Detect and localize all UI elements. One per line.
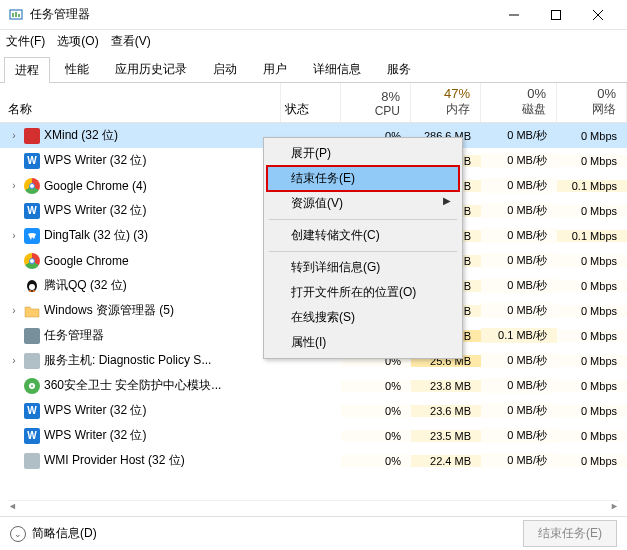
- col-header-network[interactable]: 0% 网络: [557, 83, 627, 122]
- process-network-cell: 0 Mbps: [557, 255, 627, 267]
- tab-5[interactable]: 详细信息: [302, 56, 372, 82]
- process-name-cell: 腾讯QQ (32 位): [0, 277, 281, 294]
- context-menu-item[interactable]: 创建转储文件(C): [267, 223, 459, 248]
- col-header-memory[interactable]: 47% 内存: [411, 83, 481, 122]
- svg-rect-1: [12, 13, 14, 17]
- process-name-label: WPS Writer (32 位): [44, 152, 146, 169]
- menu-file[interactable]: 文件(F): [6, 33, 45, 50]
- process-memory-cell: 23.8 MB: [411, 380, 481, 392]
- process-name-cell: WWPS Writer (32 位): [0, 427, 281, 444]
- process-name-cell: 任务管理器: [0, 327, 281, 344]
- process-disk-cell: 0 MB/秒: [481, 403, 557, 418]
- process-name-cell: WWPS Writer (32 位): [0, 152, 281, 169]
- expand-arrow-icon[interactable]: ›: [8, 130, 20, 141]
- col-header-cpu[interactable]: 8% CPU: [341, 83, 411, 122]
- process-network-cell: 0 Mbps: [557, 280, 627, 292]
- col-header-name[interactable]: 名称: [0, 83, 281, 122]
- expand-arrow-icon[interactable]: ›: [8, 230, 20, 241]
- wps-icon: W: [24, 403, 40, 419]
- chrome-icon: [24, 253, 40, 269]
- process-network-cell: 0 Mbps: [557, 205, 627, 217]
- process-row[interactable]: WMI Provider Host (32 位)0%22.4 MB0 MB/秒0…: [0, 448, 627, 473]
- process-memory-cell: 23.6 MB: [411, 405, 481, 417]
- tab-2[interactable]: 应用历史记录: [104, 56, 198, 82]
- col-header-status[interactable]: 状态: [281, 83, 341, 122]
- window-title: 任务管理器: [30, 6, 90, 23]
- process-disk-cell: 0 MB/秒: [481, 303, 557, 318]
- process-disk-cell: 0 MB/秒: [481, 453, 557, 468]
- minimize-button[interactable]: [493, 0, 535, 30]
- menubar: 文件(F) 选项(O) 查看(V): [0, 30, 627, 52]
- fewer-details-button[interactable]: ⌄ 简略信息(D): [10, 525, 97, 542]
- tab-bar: 进程性能应用历史记录启动用户详细信息服务: [0, 52, 627, 83]
- process-network-cell: 0 Mbps: [557, 355, 627, 367]
- process-network-cell: 0 Mbps: [557, 405, 627, 417]
- 360-icon: [24, 378, 40, 394]
- expand-arrow-icon[interactable]: ›: [8, 355, 20, 366]
- tab-1[interactable]: 性能: [54, 56, 100, 82]
- process-name-label: Google Chrome: [44, 254, 129, 268]
- process-network-cell: 0.1 Mbps: [557, 180, 627, 192]
- process-cpu-cell: 0%: [341, 455, 411, 467]
- context-menu-item[interactable]: 展开(P): [267, 141, 459, 166]
- svg-rect-10: [29, 290, 32, 292]
- statusbar: ⌄ 简略信息(D) 结束任务(E): [0, 516, 627, 550]
- tab-6[interactable]: 服务: [376, 56, 422, 82]
- tab-3[interactable]: 启动: [202, 56, 248, 82]
- process-name-cell: WWPS Writer (32 位): [0, 202, 281, 219]
- svg-rect-11: [33, 290, 36, 292]
- process-name-label: 服务主机: Diagnostic Policy S...: [44, 352, 211, 369]
- process-name-cell: ›Windows 资源管理器 (5): [0, 302, 281, 319]
- process-name-label: WPS Writer (32 位): [44, 402, 146, 419]
- svg-rect-3: [18, 14, 20, 17]
- col-header-disk[interactable]: 0% 磁盘: [481, 83, 557, 122]
- chevron-right-icon: ▶: [443, 195, 451, 206]
- dingtalk-icon: [24, 228, 40, 244]
- expand-arrow-icon[interactable]: ›: [8, 180, 20, 191]
- xmind-icon: [24, 128, 40, 144]
- explorer-icon: [24, 303, 40, 319]
- qq-icon: [24, 278, 40, 294]
- context-menu-item[interactable]: 属性(I): [267, 330, 459, 355]
- context-menu: 展开(P)结束任务(E)资源值(V)▶创建转储文件(C)转到详细信息(G)打开文…: [263, 137, 463, 359]
- context-menu-item[interactable]: 结束任务(E): [267, 166, 459, 191]
- process-network-cell: 0 Mbps: [557, 130, 627, 142]
- menu-options[interactable]: 选项(O): [57, 33, 98, 50]
- context-menu-item[interactable]: 打开文件所在的位置(O): [267, 280, 459, 305]
- process-network-cell: 0 Mbps: [557, 380, 627, 392]
- service-icon: [24, 353, 40, 369]
- process-name-cell: ›XMind (32 位): [0, 127, 281, 144]
- process-cpu-cell: 0%: [341, 380, 411, 392]
- chevron-down-icon: ⌄: [10, 526, 26, 542]
- menu-view[interactable]: 查看(V): [111, 33, 151, 50]
- expand-arrow-icon[interactable]: ›: [8, 305, 20, 316]
- process-name-cell: ›服务主机: Diagnostic Policy S...: [0, 352, 281, 369]
- context-menu-item[interactable]: 资源值(V)▶: [267, 191, 459, 216]
- close-button[interactable]: [577, 0, 619, 30]
- process-name-cell: ›Google Chrome (4): [0, 178, 281, 194]
- end-task-button[interactable]: 结束任务(E): [523, 520, 617, 547]
- process-network-cell: 0 Mbps: [557, 430, 627, 442]
- process-disk-cell: 0 MB/秒: [481, 203, 557, 218]
- process-disk-cell: 0 MB/秒: [481, 428, 557, 443]
- process-network-cell: 0 Mbps: [557, 155, 627, 167]
- tab-4[interactable]: 用户: [252, 56, 298, 82]
- process-row[interactable]: WWPS Writer (32 位)0%23.6 MB0 MB/秒0 Mbps: [0, 398, 627, 423]
- process-name-cell: ›DingTalk (32 位) (3): [0, 227, 281, 244]
- process-disk-cell: 0 MB/秒: [481, 128, 557, 143]
- context-menu-item[interactable]: 在线搜索(S): [267, 305, 459, 330]
- process-network-cell: 0.1 Mbps: [557, 230, 627, 242]
- tab-0[interactable]: 进程: [4, 57, 50, 83]
- process-disk-cell: 0 MB/秒: [481, 278, 557, 293]
- process-network-cell: 0 Mbps: [557, 330, 627, 342]
- process-disk-cell: 0 MB/秒: [481, 228, 557, 243]
- process-row[interactable]: 360安全卫士 安全防护中心模块...0%23.8 MB0 MB/秒0 Mbps: [0, 373, 627, 398]
- svg-point-9: [29, 284, 35, 290]
- process-cpu-cell: 0%: [341, 430, 411, 442]
- process-row[interactable]: WWPS Writer (32 位)0%23.5 MB0 MB/秒0 Mbps: [0, 423, 627, 448]
- context-menu-item[interactable]: 转到详细信息(G): [267, 255, 459, 280]
- maximize-button[interactable]: [535, 0, 577, 30]
- service-icon: [24, 453, 40, 469]
- process-name-cell: Google Chrome: [0, 253, 281, 269]
- horizontal-scrollbar[interactable]: [8, 500, 619, 514]
